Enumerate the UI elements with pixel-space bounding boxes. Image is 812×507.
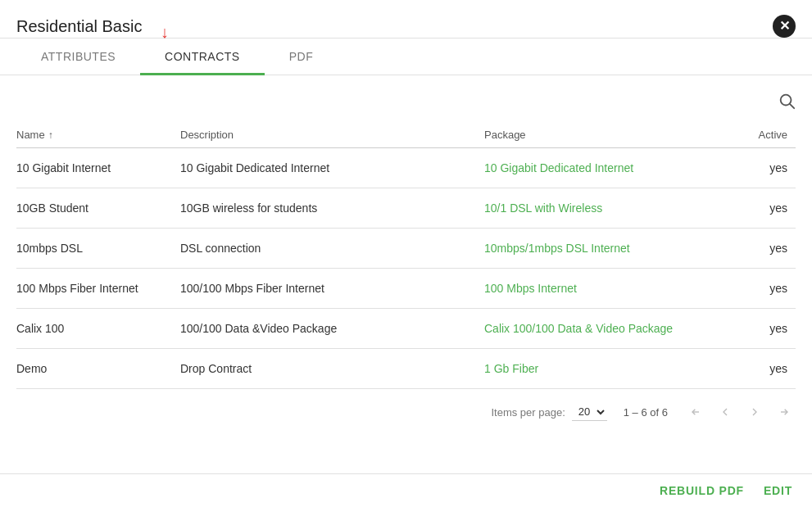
table-row: 10 Gigabit Internet 10 Gigabit Dedicated… bbox=[16, 148, 796, 188]
cell-description: 100/100 Mbps Fiber Internet bbox=[180, 282, 484, 295]
cell-active: yes bbox=[714, 201, 796, 215]
cell-active: yes bbox=[714, 161, 796, 174]
svg-line-1 bbox=[790, 104, 794, 108]
search-button[interactable] bbox=[778, 92, 796, 114]
cell-name: 100 Mbps Fiber Internet bbox=[16, 282, 180, 295]
cell-name: 10mbps DSL bbox=[16, 242, 180, 255]
tab-attributes[interactable]: Attributes bbox=[16, 38, 140, 75]
tab-contracts[interactable]: ↓ Contracts bbox=[140, 38, 265, 75]
arrow-indicator: ↓ bbox=[161, 24, 170, 40]
edit-button[interactable]: EDIT bbox=[764, 484, 792, 497]
first-page-button[interactable] bbox=[684, 402, 707, 422]
cell-description: 100/100 Data &Video Package bbox=[180, 322, 484, 335]
prev-page-button[interactable] bbox=[714, 402, 737, 422]
cell-active: yes bbox=[714, 362, 796, 375]
table-row: Demo Drop Contract 1 Gb Fiber yes bbox=[16, 349, 796, 389]
search-row bbox=[16, 84, 796, 122]
pagination-range: 1 – 6 of 6 bbox=[624, 406, 668, 419]
cell-description: 10GB wireless for students bbox=[180, 201, 484, 215]
cell-name: Demo bbox=[16, 362, 180, 375]
cell-active: yes bbox=[714, 282, 796, 295]
contracts-table: Name ↑ Description Package Active 10 Gig… bbox=[16, 122, 796, 389]
table-row: Calix 100 100/100 Data &Video Package Ca… bbox=[16, 309, 796, 349]
tab-pdf[interactable]: PDF bbox=[265, 38, 338, 75]
col-header-package: Package bbox=[484, 129, 714, 141]
main-content: Name ↑ Description Package Active 10 Gig… bbox=[0, 75, 812, 443]
items-per-page-label: Items per page: bbox=[491, 406, 565, 419]
rebuild-pdf-button[interactable]: REBUILD PDF bbox=[660, 484, 744, 497]
table-row: 10mbps DSL DSL connection 10mbps/1mbps D… bbox=[16, 229, 796, 269]
table-row: 100 Mbps Fiber Internet 100/100 Mbps Fib… bbox=[16, 269, 796, 309]
next-page-button[interactable] bbox=[743, 402, 766, 422]
cell-description: Drop Contract bbox=[180, 362, 484, 375]
sort-icon: ↑ bbox=[48, 129, 53, 141]
cell-active: yes bbox=[714, 322, 796, 335]
header: Residential Basic ✕ bbox=[0, 0, 812, 38]
prev-page-icon bbox=[719, 405, 732, 419]
search-icon bbox=[778, 92, 796, 110]
cell-package[interactable]: Calix 100/100 Data & Video Package bbox=[484, 322, 714, 335]
cell-package[interactable]: 10 Gigabit Dedicated Internet bbox=[484, 161, 714, 174]
close-button[interactable]: ✕ bbox=[773, 15, 796, 38]
col-header-name[interactable]: Name ↑ bbox=[16, 129, 180, 141]
tabs-bar: Attributes ↓ Contracts PDF bbox=[0, 38, 812, 75]
next-page-icon bbox=[748, 405, 761, 419]
cell-name: 10GB Student bbox=[16, 201, 180, 215]
cell-description: DSL connection bbox=[180, 242, 484, 255]
cell-name: 10 Gigabit Internet bbox=[16, 161, 180, 174]
cell-active: yes bbox=[714, 242, 796, 255]
cell-package[interactable]: 100 Mbps Internet bbox=[484, 282, 714, 295]
first-page-icon bbox=[689, 405, 702, 419]
cell-description: 10 Gigabit Dedicated Internet bbox=[180, 161, 484, 174]
footer: REBUILD PDF EDIT bbox=[0, 473, 812, 507]
page-title: Residential Basic bbox=[16, 17, 142, 36]
cell-package[interactable]: 1 Gb Fiber bbox=[484, 362, 714, 375]
col-header-description: Description bbox=[180, 129, 484, 141]
cell-package[interactable]: 10/1 DSL with Wireless bbox=[484, 201, 714, 215]
table-header: Name ↑ Description Package Active bbox=[16, 122, 796, 148]
cell-package[interactable]: 10mbps/1mbps DSL Internet bbox=[484, 242, 714, 255]
items-per-page-select[interactable]: 20 5 10 50 bbox=[572, 403, 607, 421]
last-page-icon bbox=[778, 405, 791, 419]
cell-name: Calix 100 bbox=[16, 322, 180, 335]
table-row: 10GB Student 10GB wireless for students … bbox=[16, 188, 796, 229]
pagination: Items per page: 20 5 10 50 1 – 6 of 6 bbox=[16, 389, 796, 435]
last-page-button[interactable] bbox=[773, 402, 796, 422]
col-header-active: Active bbox=[714, 129, 796, 141]
